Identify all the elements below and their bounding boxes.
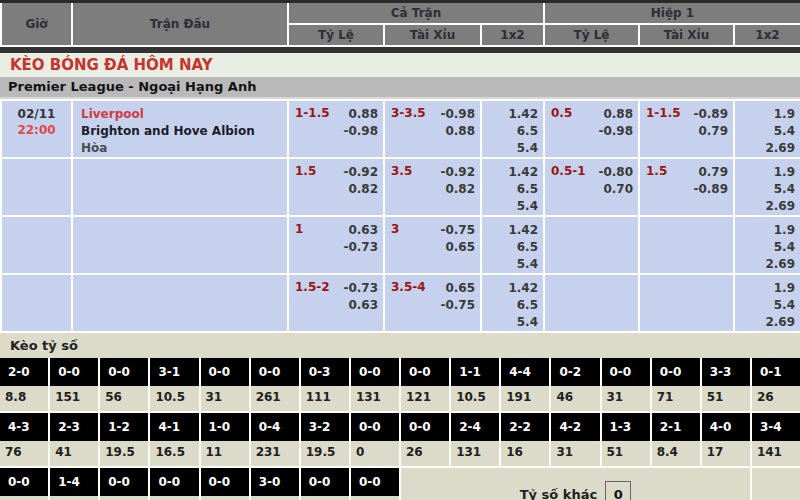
score-cell[interactable]: 0-0221	[150, 468, 198, 500]
score-cell[interactable]: 1-110.5	[451, 358, 499, 411]
score-cell[interactable]: 0-071	[301, 468, 349, 500]
h1-over-under-cell[interactable]: 1.50.79-0.89	[639, 158, 734, 216]
ft-over-under-cell[interactable]: 3.5-0.920.82	[384, 158, 481, 216]
score-cell[interactable]: 4-376	[0, 413, 48, 466]
odds-value: 5.4	[487, 140, 538, 157]
score-box: 2-3	[50, 413, 98, 441]
score-cell[interactable]: 0-4231	[251, 413, 299, 466]
h1-over-under-cell[interactable]: 1-1.5-0.890.79	[639, 100, 734, 158]
col-header-ft-handicap: Tỷ Lệ	[288, 24, 384, 46]
odds-value: 5.4	[740, 297, 795, 314]
ft-1x2-cell[interactable]: 1.426.55.4	[481, 274, 544, 332]
score-cell[interactable]: 0-056	[100, 358, 148, 411]
score-cell[interactable]: 4-017	[702, 413, 750, 466]
score-box: 0-0	[251, 358, 299, 386]
score-cell[interactable]: 2-341	[50, 413, 98, 466]
score-cell[interactable]: 0-0211	[100, 468, 148, 500]
score-cell[interactable]: 0-246	[551, 358, 599, 411]
score-cell[interactable]: 2-08.8	[0, 358, 48, 411]
score-odds: 46	[551, 386, 599, 411]
h1-1x2-cell[interactable]: 1.95.42.69	[734, 100, 800, 158]
odds-value: 1.9	[740, 106, 795, 123]
score-odds: 121	[401, 386, 449, 411]
ft-over-under-cell[interactable]: 3-0.750.65	[384, 216, 481, 274]
score-cell[interactable]: 3-110.5	[150, 358, 198, 411]
odds-value: -0.98	[550, 123, 633, 140]
score-cell[interactable]: 0-3111	[301, 358, 349, 411]
score-cell[interactable]: 4-4191	[501, 358, 549, 411]
handicap-line: 1-1.5	[646, 106, 681, 120]
ft-handicap-cell[interactable]: 1.5-2-0.730.63	[288, 274, 384, 332]
score-cell[interactable]: 0-0121	[401, 358, 449, 411]
h1-handicap-cell[interactable]: 0.50.88-0.98	[544, 100, 639, 158]
ft-handicap-cell[interactable]: 10.63-0.73	[288, 216, 384, 274]
handicap-line: 1-1.5	[295, 106, 330, 120]
score-box: 4-0	[702, 413, 750, 441]
other-score-value[interactable]: 0	[605, 481, 631, 500]
score-odds: 10.5	[251, 496, 299, 500]
score-odds: 41	[50, 441, 98, 466]
score-cell[interactable]: 1-4141	[50, 468, 98, 500]
ft-1x2-cell[interactable]: 1.426.55.4	[481, 158, 544, 216]
score-cell[interactable]: 0-0261	[251, 358, 299, 411]
odds-header-table: Giờ Trận Đấu Cả Trận Hiệp 1 Tỷ Lệ Tài Xỉ…	[0, 0, 800, 47]
score-cell[interactable]: 0-0151	[201, 468, 249, 500]
score-odds: 16	[501, 441, 549, 466]
score-cell[interactable]: 0-0271	[0, 468, 48, 500]
score-cell[interactable]: 1-351	[602, 413, 650, 466]
score-cell[interactable]: 0-026	[401, 413, 449, 466]
score-cell[interactable]: 0-0151	[50, 358, 98, 411]
handicap-line: 3	[391, 222, 399, 236]
score-cell[interactable]: 3-351	[702, 358, 750, 411]
match-kickoff-time: 22:00	[7, 122, 66, 138]
score-cell[interactable]: 0-031	[201, 358, 249, 411]
h1-over-under-cell	[639, 274, 734, 332]
ft-over-under-cell[interactable]: 3.5-40.65-0.75	[384, 274, 481, 332]
handicap-line: 1.5	[295, 164, 316, 178]
score-box: 4-4	[501, 358, 549, 386]
score-cell[interactable]: 0-0131	[351, 358, 399, 411]
score-box: 3-4	[752, 413, 800, 441]
score-cell[interactable]: 2-216	[501, 413, 549, 466]
score-cell[interactable]: 3-010.5	[251, 468, 299, 500]
score-cell[interactable]: 2-4131	[451, 413, 499, 466]
score-box: 1-1	[451, 358, 499, 386]
h1-handicap-cell[interactable]: 0.5-1-0.800.70	[544, 158, 639, 216]
ft-handicap-cell[interactable]: 1-1.50.88-0.98	[288, 100, 384, 158]
score-box: 4-3	[0, 413, 48, 441]
h1-1x2-cell[interactable]: 1.95.42.69	[734, 158, 800, 216]
score-cell[interactable]: 4-116.5	[150, 413, 198, 466]
odds-value: -0.75	[390, 222, 475, 239]
odds-value: 5.4	[487, 256, 538, 273]
ft-1x2-cell[interactable]: 1.426.55.4	[481, 100, 544, 158]
score-cell[interactable]: 0-00	[351, 413, 399, 466]
score-cell[interactable]: 3-219.5	[301, 413, 349, 466]
ft-over-under-cell[interactable]: 3-3.5-0.980.88	[384, 100, 481, 158]
handicap-line: 1.5-2	[295, 280, 330, 294]
ft-handicap-cell[interactable]: 1.5-0.920.82	[288, 158, 384, 216]
col-header-ft-over-under: Tài Xỉu	[384, 24, 481, 46]
score-cell[interactable]: 0-071	[652, 358, 700, 411]
score-box: 3-1	[150, 358, 198, 386]
score-cell[interactable]: 0-031	[602, 358, 650, 411]
col-header-ft-1x2: 1x2	[481, 24, 544, 46]
score-cell[interactable]: 1-011	[201, 413, 249, 466]
match-time-cell	[1, 216, 72, 274]
match-teams-cell: LiverpoolBrighton and Hove AlbionHòa	[72, 100, 288, 158]
other-score-label: Tỷ số khác	[520, 487, 597, 500]
score-cell[interactable]: 1-219.5	[100, 413, 148, 466]
ft-1x2-cell[interactable]: 1.426.55.4	[481, 216, 544, 274]
h1-1x2-cell[interactable]: 1.95.42.69	[734, 274, 800, 332]
score-cell[interactable]: 0-126	[752, 358, 800, 411]
odds-row: 02/1122:00LiverpoolBrighton and Hove Alb…	[1, 100, 800, 158]
score-cell[interactable]: 3-4141	[752, 413, 800, 466]
score-box: 0-0	[351, 413, 399, 441]
score-odds: 131	[451, 441, 499, 466]
score-cell[interactable]: 4-231	[551, 413, 599, 466]
score-cell[interactable]: 2-18.4	[652, 413, 700, 466]
score-cell[interactable]: 0-0271	[351, 468, 399, 500]
score-odds: 141	[752, 441, 800, 466]
score-odds: 51	[702, 386, 750, 411]
odds-values: 0.63-0.73	[294, 222, 378, 256]
h1-1x2-cell[interactable]: 1.95.42.69	[734, 216, 800, 274]
